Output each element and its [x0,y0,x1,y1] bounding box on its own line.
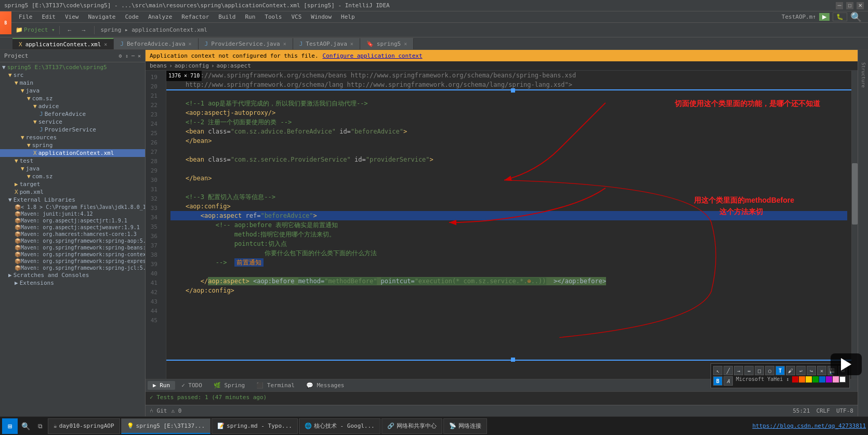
tree-item-jdk[interactable]: 📦 < 1.8 > C:\Program Files\Java\jdk1.8.0… [0,204,145,210]
tree-item-beforeadvice[interactable]: J BeforeAdvice [0,110,145,118]
tree-item-junit[interactable]: 📦 Maven: junit:junit:4.12 [0,210,145,217]
menu-edit[interactable]: Edit [38,12,60,21]
code-editor[interactable]: 1920212223242526272829303132333435363738… [146,71,858,379]
ann-tool-double-arrow[interactable]: ↔ [744,366,754,375]
breadcrumb-aopaspect[interactable]: aop:aspect [217,62,251,69]
tree-item-resources[interactable]: ▼ resources [0,134,145,141]
code-content[interactable]: 1376 × 710 http://www.springframework.or… [166,71,851,379]
color-red[interactable] [792,376,798,383]
tree-item-src[interactable]: ▼ src [0,71,145,79]
bottom-tab-spring[interactable]: 🌿 Spring [208,381,250,390]
menu-tools[interactable]: Tools [260,12,286,21]
bottom-tab-run[interactable]: ▶ Run [148,381,175,390]
ann-tool-rect[interactable]: □ [755,366,764,375]
selection-handle-bottom[interactable] [511,358,515,362]
tab-providerservice-close[interactable]: × [283,41,286,47]
ann-tool-circle[interactable]: ○ [765,366,774,375]
breadcrumb-aopconfig[interactable]: aop:config [175,62,209,69]
menu-help[interactable]: Help [337,12,359,21]
title-bar-controls[interactable]: ─ □ ✕ [836,2,864,9]
menu-build[interactable]: Build [214,12,240,21]
bottom-tab-terminal[interactable]: ⬛ Terminal [251,381,300,390]
tree-item-comsz[interactable]: ▼ com.sz [0,95,145,102]
tab-spring5[interactable]: 🔖 spring5 × [360,38,414,49]
menu-analyze[interactable]: Analyze [144,12,176,21]
tab-beforeadvice[interactable]: J BeforeAdvice.java × [114,38,198,49]
forward-button[interactable]: → [78,26,90,34]
color-orange[interactable] [799,376,805,383]
tree-item-springexpr[interactable]: 📦 Maven: org.springframework:spring-expr… [0,258,145,265]
color-pink[interactable] [833,376,839,383]
ann-tool-undo[interactable]: ↩ [796,366,806,375]
tree-item-springcontext[interactable]: 📦 Maven: org.springframework:spring-cont… [0,251,145,258]
tab-testaop-close[interactable]: × [350,41,353,47]
scrollbar-right[interactable] [851,71,858,379]
ann-tool-text[interactable]: T [775,366,785,375]
tab-providerservice[interactable]: J ProviderService.java × [199,38,293,49]
tree-item-extlibs[interactable]: ▼ External Libraries [0,196,145,204]
menu-window[interactable]: Window [307,12,336,21]
search-everywhere-icon[interactable]: 🔍 [850,11,862,22]
tree-item-aspectjweaver[interactable]: 📦 Maven: org.aspectj:aspectjweaver:1.9.1 [0,224,145,231]
run-button[interactable]: ▶ [819,13,830,21]
tree-item-target[interactable]: ▶ target [0,180,145,188]
ann-tool-delete[interactable]: ✕ [817,366,826,375]
tree-item-java[interactable]: ▼ java [0,87,145,95]
taskbar-search-button[interactable]: 🔍 [19,419,32,433]
menu-vcs[interactable]: VCS [287,12,306,21]
minimize-button[interactable]: ─ [836,2,843,9]
tree-item-appcontext[interactable]: X applicationContext.xml [0,149,145,157]
close-button[interactable]: ✕ [857,2,864,9]
ann-tool-paint[interactable]: 🖌 [786,366,795,375]
tree-item-spring5[interactable]: ▼ spring5 E:\3T137\code\spring5 [0,63,145,71]
tab-spring5-close[interactable]: × [404,41,407,47]
color-green[interactable] [812,376,819,383]
ann-tool-pointer[interactable]: ↖ [713,366,722,375]
menu-view[interactable]: View [61,12,83,21]
taskbar-btn-spring5[interactable]: 💡 spring5 [E:\3T137... [121,418,211,434]
tab-close-icon[interactable]: × [104,42,107,47]
notification-link[interactable]: Configure application context [323,52,423,59]
taskbar-btn-typora[interactable]: 📝 spring.md - Typo... [212,418,298,434]
tree-item-springaop[interactable]: 📦 Maven: org.springframework:spring-aop:… [0,238,145,244]
color-white[interactable] [839,376,846,383]
tree-item-scratches[interactable]: ▶ Scratches and Consoles [0,271,145,279]
tree-item-aspectjrt[interactable]: 📦 Maven: org.aspectj:aspectjrt:1.9.1 [0,217,145,224]
color-blue[interactable] [819,376,825,383]
bottom-tab-todo[interactable]: ✓ TODO [176,381,207,390]
scroll-thumb[interactable] [852,163,858,225]
tab-applicationcontext[interactable]: X applicationContext.xml × [12,38,114,49]
start-button[interactable]: ⊞ [2,418,18,434]
ann-tool-bold[interactable]: B [713,376,722,386]
taskbar-btn-springaop[interactable]: ☕ day010-springAOP [48,418,120,434]
ann-tool-line[interactable]: ╱ [724,366,733,375]
tree-item-extensions[interactable]: ▶ Extensions [0,279,145,287]
tab-testaop[interactable]: J TestAOP.java × [293,38,360,49]
debug-button[interactable]: 🐛 [833,12,847,21]
tree-item-hamcrest[interactable]: 📦 Maven: org.hamcrest:hamcrest-core:1.3 [0,231,145,238]
taskbar-btn-chrome[interactable]: 🌐 核心技术 - Googl... [299,418,380,434]
back-button[interactable]: ← [64,26,76,34]
taskbar-link[interactable]: https://blog.csdn.net/qq_42733811 [752,423,866,429]
tree-item-test-comsz[interactable]: ▼ com.sz [0,173,145,180]
tree-item-pomxml[interactable]: X pom.xml [0,188,145,196]
taskbar-multidesktop-button[interactable]: ⧉ [33,419,47,433]
tab-beforeadvice-close[interactable]: × [189,41,192,47]
tree-item-test[interactable]: ▼ test [0,157,145,165]
color-purple[interactable] [826,376,832,383]
menu-refactor[interactable]: Refactor [177,12,213,21]
tree-item-advice[interactable]: ▼ advice [0,102,145,110]
tree-item-service[interactable]: ▼ service [0,118,145,126]
menu-file[interactable]: File [15,12,37,21]
menu-code[interactable]: Code [121,12,143,21]
taskbar-btn-network-share[interactable]: 🔗 网络和共享中心 [382,418,442,434]
tree-item-spring-folder[interactable]: ▼ spring [0,141,145,149]
menu-navigate[interactable]: Navigate [84,12,120,21]
ann-tool-redo[interactable]: ↪ [807,366,816,375]
tree-item-providerservice[interactable]: J ProviderService [0,126,145,134]
breadcrumb-beans[interactable]: beans [150,62,167,69]
youtube-play-button[interactable] [831,353,862,375]
color-yellow[interactable] [806,376,812,383]
taskbar-btn-network-conn[interactable]: 📡 网络连接 [443,418,487,434]
tree-item-springbeans[interactable]: 📦 Maven: org.springframework:spring-bean… [0,244,145,251]
